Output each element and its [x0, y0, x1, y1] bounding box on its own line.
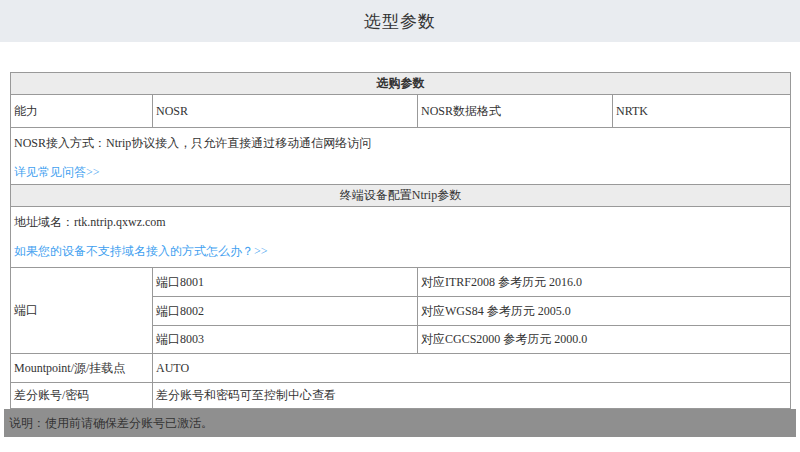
account-value: 差分账号和密码可至控制中心查看: [153, 383, 791, 409]
port-row-1: 端口 端口8001 对应ITRF2008 参考历元 2016.0: [11, 268, 791, 297]
capability-nosr-cell: NOSR: [153, 95, 418, 128]
port-8001-cell: 端口8001: [153, 268, 418, 297]
page-title: 选型参数: [364, 10, 436, 33]
capability-nrtk-cell: NRTK: [613, 95, 791, 128]
port-8001-desc: 对应ITRF2008 参考历元 2016.0: [418, 268, 791, 297]
section-title-purchase-params: 选购参数: [11, 73, 791, 95]
account-label: 差分账号/密码: [11, 383, 153, 409]
section-header-row-ntrip: 终端设备配置Ntrip参数: [11, 185, 791, 207]
port-8003-desc: 对应CGCS2000 参考历元 2000.0: [418, 326, 791, 354]
section-title-ntrip-params: 终端设备配置Ntrip参数: [11, 185, 791, 207]
mountpoint-label: Mountpoint/源/挂载点: [11, 354, 153, 383]
port-8002-cell: 端口8002: [153, 297, 418, 326]
parameters-table: 选购参数 能力 NOSR NOSR数据格式 NRTK NOSR接入方式：Ntri…: [10, 72, 791, 409]
mountpoint-value: AUTO: [153, 354, 791, 383]
capability-nosr-format-cell: NOSR数据格式: [418, 95, 613, 128]
port-8003-cell: 端口8003: [153, 326, 418, 354]
page-header: 选型参数: [0, 0, 800, 42]
nosr-access-text: NOSR接入方式：Ntrip协议接入，只允许直接通过移动通信网络访问: [14, 135, 787, 151]
capability-label: 能力: [11, 95, 153, 128]
footer-note-text: 说明：使用前请确保差分账号已激活。: [9, 415, 213, 432]
domain-text: 地址域名：rtk.ntrip.qxwz.com: [14, 214, 787, 230]
section-header-row-purchase: 选购参数: [11, 73, 791, 95]
domain-help-link[interactable]: 如果您的设备不支持域名接入的方式怎么办？>>: [14, 244, 268, 258]
port-label: 端口: [11, 268, 153, 354]
port-8002-desc: 对应WGS84 参考历元 2005.0: [418, 297, 791, 326]
footer-note: 说明：使用前请确保差分账号已激活。: [4, 409, 796, 437]
nosr-access-row: NOSR接入方式：Ntrip协议接入，只允许直接通过移动通信网络访问 详见常见问…: [11, 128, 791, 185]
account-row: 差分账号/密码 差分账号和密码可至控制中心查看: [11, 383, 791, 409]
faq-link[interactable]: 详见常见问答>>: [14, 165, 100, 179]
domain-row: 地址域名：rtk.ntrip.qxwz.com 如果您的设备不支持域名接入的方式…: [11, 207, 791, 268]
mountpoint-row: Mountpoint/源/挂载点 AUTO: [11, 354, 791, 383]
capability-row: 能力 NOSR NOSR数据格式 NRTK: [11, 95, 791, 128]
